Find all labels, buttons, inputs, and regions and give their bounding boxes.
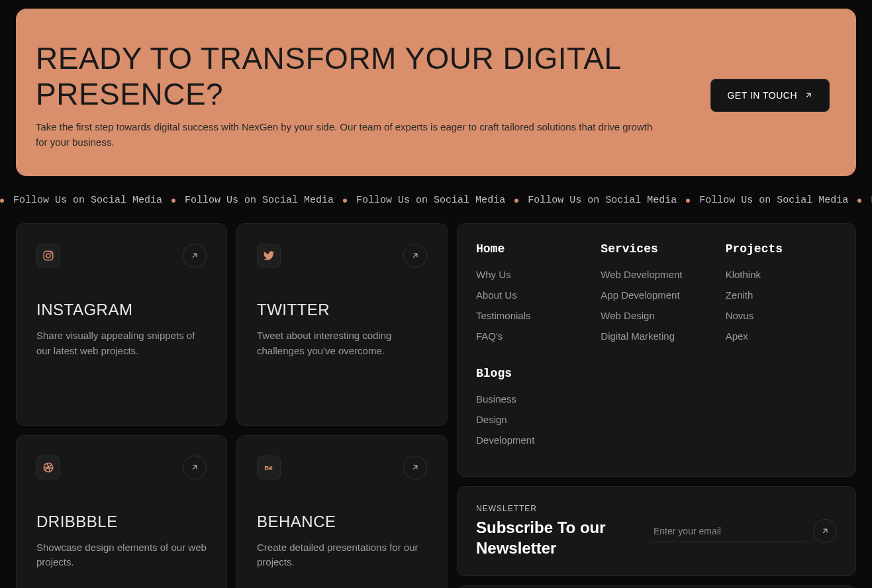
- svg-text:Bē: Bē: [264, 464, 273, 471]
- marquee-text: Follow Us on Social Media: [356, 195, 505, 206]
- separator-dot: [857, 199, 861, 203]
- cta-title: READY TO TRANSFORM YOUR DIGITAL PRESENCE…: [36, 40, 684, 112]
- card-top-row: Bē: [257, 456, 427, 479]
- twitter-icon: [257, 244, 281, 268]
- card-top-row: [36, 244, 207, 268]
- footer-link[interactable]: Design: [476, 414, 587, 425]
- separator-dot: [514, 199, 518, 203]
- marquee-text: Follow Us on Social Media: [528, 195, 677, 206]
- newsletter-card: NEWSLETTER Subscribe To our Newsletter: [457, 486, 856, 576]
- email-input[interactable]: [651, 520, 806, 542]
- footer-col-home: HomeWhy UsAbout UsTestimonialsFAQ's: [476, 242, 587, 351]
- behance-icon: Bē: [257, 456, 281, 479]
- social-card-title: BEHANCE: [257, 513, 427, 531]
- cta-text: READY TO TRANSFORM YOUR DIGITAL PRESENCE…: [36, 40, 684, 150]
- cta-banner: READY TO TRANSFORM YOUR DIGITAL PRESENCE…: [16, 9, 856, 176]
- svg-point-2: [50, 252, 52, 254]
- arrow-up-right-icon: [411, 251, 420, 260]
- social-cards-grid: INSTAGRAM Share visually appealing snipp…: [16, 223, 448, 588]
- footer-link[interactable]: Novus: [726, 310, 837, 321]
- arrow-up-right-icon: [411, 463, 420, 472]
- card-top-row: [257, 244, 427, 268]
- footer-heading: Blogs: [476, 367, 587, 380]
- social-card-desc: Share visually appealing snippets of our…: [36, 328, 207, 358]
- social-card-title: INSTAGRAM: [36, 301, 207, 319]
- separator-dot: [686, 199, 690, 203]
- arrow-up-right-icon: [804, 91, 813, 100]
- marquee-text: Follow Us on Social Media: [185, 195, 334, 206]
- social-card-desc: Showcase design elements of our web proj…: [36, 540, 207, 570]
- open-link-button[interactable]: [183, 456, 207, 479]
- instagram-icon: [36, 244, 60, 268]
- newsletter-label: NEWSLETTER: [476, 504, 631, 513]
- footer-link[interactable]: About Us: [476, 289, 587, 301]
- open-link-button[interactable]: [403, 244, 427, 268]
- footer-heading: Services: [601, 242, 712, 256]
- social-card-title: TWITTER: [257, 301, 427, 319]
- separator-dot: [343, 199, 347, 203]
- arrow-up-right-icon: [190, 463, 199, 472]
- footer-link[interactable]: App Development: [601, 289, 712, 301]
- separator-dot: [0, 199, 4, 203]
- social-card-desc: Create detailed presentations for our pr…: [257, 540, 427, 570]
- social-card-dribbble: DRIBBBLE Showcase design elements of our…: [16, 435, 227, 588]
- social-card-instagram: INSTAGRAM Share visually appealing snipp…: [16, 223, 227, 426]
- social-card-behance: Bē BEHANCE Create detailed presentations…: [236, 435, 448, 588]
- footer-heading: Projects: [726, 242, 837, 256]
- footer-col-projects: ProjectsKlothinkZenithNovusApex: [726, 242, 837, 351]
- open-link-button[interactable]: [403, 456, 427, 479]
- social-marquee: Follow Us on Social MediaFollow Us on So…: [0, 195, 872, 206]
- marquee-text: Follow Us on Social Media: [13, 195, 162, 206]
- footer-link[interactable]: Web Design: [601, 310, 712, 321]
- footer-col-blogs: BlogsBusinessDesignDevelopment: [476, 367, 587, 455]
- cta-button-label: GET IN TOUCH: [727, 90, 797, 101]
- footer-link[interactable]: Development: [476, 434, 587, 446]
- social-card-twitter: TWITTER Tweet about interesting coding c…: [236, 223, 448, 426]
- footer-links: HomeWhy UsAbout UsTestimonialsFAQ'sServi…: [457, 223, 856, 477]
- footer-link[interactable]: Apex: [726, 330, 837, 342]
- legal-bar: © 2024 NextGen. All rights reserved. Ter…: [457, 585, 856, 588]
- arrow-up-right-icon: [820, 526, 830, 536]
- cta-subtitle: Take the first step towards digital succ…: [36, 120, 665, 150]
- footer-link[interactable]: Why Us: [476, 269, 587, 280]
- footer-link[interactable]: Digital Marketing: [601, 330, 712, 342]
- social-card-title: DRIBBBLE: [36, 513, 207, 531]
- social-card-desc: Tweet about interesting coding challenge…: [257, 328, 427, 358]
- open-link-button[interactable]: [183, 244, 207, 268]
- footer-link[interactable]: FAQ's: [476, 330, 587, 342]
- footer-link[interactable]: Web Development: [601, 269, 712, 280]
- subscribe-button[interactable]: [813, 519, 837, 543]
- footer-col-services: ServicesWeb DevelopmentApp DevelopmentWe…: [601, 242, 712, 351]
- right-column: HomeWhy UsAbout UsTestimonialsFAQ'sServi…: [457, 223, 856, 588]
- card-top-row: [36, 456, 207, 479]
- footer-link[interactable]: Testimonials: [476, 310, 587, 321]
- newsletter-form: [651, 519, 837, 543]
- footer-heading: Home: [476, 242, 587, 256]
- footer-link[interactable]: Zenith: [726, 289, 837, 301]
- footer-link[interactable]: Klothink: [726, 269, 837, 280]
- newsletter-title: Subscribe To our Newsletter: [476, 517, 631, 558]
- get-in-touch-button[interactable]: GET IN TOUCH: [710, 79, 830, 112]
- footer-link[interactable]: Business: [476, 393, 587, 405]
- separator-dot: [171, 199, 175, 203]
- svg-point-1: [46, 254, 50, 258]
- newsletter-text: NEWSLETTER Subscribe To our Newsletter: [476, 504, 631, 558]
- footer-grid: INSTAGRAM Share visually appealing snipp…: [16, 223, 856, 588]
- dribbble-icon: [36, 456, 60, 479]
- arrow-up-right-icon: [190, 251, 199, 260]
- marquee-text: Follow Us on Social Media: [699, 195, 848, 206]
